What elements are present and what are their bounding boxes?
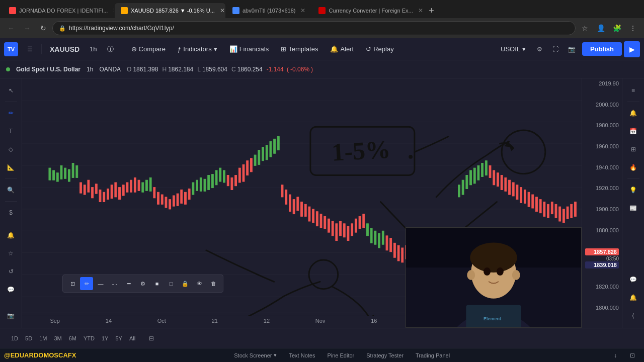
- reload-button[interactable]: ↻: [36, 21, 50, 35]
- minimize-panel-btn[interactable]: ↓: [608, 348, 623, 363]
- ohlc-data: O 1861.398 H 1862.184 L 1859.604 C 1860.…: [127, 66, 313, 73]
- period-6m[interactable]: 6M: [66, 334, 79, 342]
- interval-icon[interactable]: ⓘ: [103, 43, 118, 56]
- price-1960: 1960.000: [585, 143, 619, 149]
- svg-rect-110: [466, 175, 468, 189]
- data-window-btn[interactable]: ⊞: [625, 141, 641, 157]
- period-all[interactable]: All: [126, 334, 138, 342]
- line-dashed-btn[interactable]: - -: [108, 277, 121, 290]
- bookmark-button[interactable]: ☆: [578, 21, 592, 35]
- forex-tool[interactable]: $: [3, 205, 19, 221]
- indicators-button[interactable]: ƒ Indicators ▾: [173, 43, 222, 55]
- svg-rect-14: [60, 165, 62, 179]
- address-bar[interactable]: 🔒 https://tradingview.com/chart/GqVI1Iyp…: [52, 21, 576, 35]
- svg-rect-77: [304, 204, 306, 216]
- back-button[interactable]: ←: [4, 21, 18, 35]
- period-3m[interactable]: 3M: [51, 334, 64, 342]
- profile-button[interactable]: 👤: [594, 21, 608, 35]
- measure-tool[interactable]: 📐: [3, 159, 19, 175]
- ideas-btn[interactable]: 💡: [625, 182, 641, 198]
- settings-button[interactable]: ⚙: [532, 42, 547, 57]
- stock-screener-item[interactable]: Stock Screener ▾: [230, 351, 281, 359]
- forward-button[interactable]: →: [20, 21, 34, 35]
- publish-button[interactable]: Publish: [582, 42, 622, 56]
- pine-editor-item[interactable]: Pine Editor: [323, 351, 358, 359]
- templates-button[interactable]: ⊞ Templates: [276, 43, 323, 55]
- strategy-tester-item[interactable]: Strategy Tester: [362, 351, 408, 359]
- replay-tool[interactable]: ↺: [3, 263, 19, 280]
- browser-tab-4[interactable]: Currency Converter | Foreign Ex... ✕: [312, 3, 423, 18]
- extensions-button[interactable]: 🧩: [610, 21, 624, 35]
- symbol-selector[interactable]: XAUUSD: [46, 43, 84, 55]
- lock-btn[interactable]: 🔒: [179, 277, 192, 290]
- outline-rect-btn[interactable]: □: [165, 277, 178, 290]
- fullscreen-button[interactable]: ⛶: [548, 42, 563, 57]
- expand-panel-btn[interactable]: ⊡: [625, 348, 640, 363]
- period-1m[interactable]: 1M: [36, 334, 50, 342]
- tab-close-3[interactable]: ✕: [300, 7, 305, 14]
- svg-rect-24: [99, 190, 101, 202]
- chat-btn[interactable]: 💬: [625, 272, 641, 288]
- hotlist-btn[interactable]: 🔥: [625, 159, 641, 175]
- sidebar-toggle-button[interactable]: ☰: [22, 42, 37, 57]
- text-tool[interactable]: T: [3, 123, 19, 139]
- pencil-btn[interactable]: ✏: [80, 277, 93, 290]
- text-notes-item[interactable]: Text Notes: [285, 351, 319, 359]
- svg-rect-23: [95, 184, 97, 194]
- zoom-tool[interactable]: 🔍: [3, 182, 19, 198]
- financials-button[interactable]: 📊 Financials: [224, 43, 274, 55]
- browser-tab-1[interactable]: JORNADA DO FOREX | IDENTIFI... ✕: [3, 3, 114, 18]
- notification-btn[interactable]: 🔔: [625, 290, 641, 306]
- period-5d[interactable]: 5D: [22, 334, 35, 342]
- eye-btn[interactable]: 👁: [193, 277, 206, 290]
- new-tab-button[interactable]: +: [424, 4, 438, 18]
- replay-button[interactable]: ↺ Replay: [361, 43, 398, 55]
- period-1d[interactable]: 1D: [8, 334, 21, 342]
- interval-selector[interactable]: 1h: [86, 43, 101, 55]
- period-custom[interactable]: ⊟: [143, 330, 159, 346]
- menu-button[interactable]: ⋮: [626, 21, 640, 35]
- line-thin-btn[interactable]: —: [94, 277, 107, 290]
- svg-rect-85: [336, 224, 338, 241]
- svg-rect-92: [363, 214, 365, 228]
- alert-button[interactable]: 🔔 Alert: [325, 43, 359, 55]
- broker-selector[interactable]: USOIL ▾: [496, 43, 531, 55]
- svg-rect-99: [390, 238, 392, 252]
- alerts-tool[interactable]: 🔔: [3, 227, 19, 243]
- trading-panel-item[interactable]: Trading Panel: [412, 351, 454, 359]
- settings-draw-btn[interactable]: ⚙: [136, 277, 149, 290]
- tab-close-4[interactable]: ✕: [418, 7, 423, 14]
- browser-tab-2[interactable]: XAUUSD 1857.826 ▼ -0.16% U... ✕: [115, 3, 225, 18]
- line-thick-btn[interactable]: ━: [122, 277, 135, 290]
- fill-rect-btn[interactable]: ■: [150, 277, 164, 290]
- tab-close-2[interactable]: ✕: [220, 7, 225, 14]
- snapshot-tool[interactable]: 📷: [3, 308, 19, 324]
- news-btn[interactable]: 📰: [625, 200, 641, 216]
- svg-rect-101: [397, 245, 399, 261]
- svg-point-154: [497, 267, 504, 276]
- trash-btn[interactable]: 🗑: [207, 277, 220, 290]
- arrow-collapse-btn[interactable]: ⟨: [625, 308, 641, 324]
- period-ytd[interactable]: YTD: [80, 334, 98, 342]
- live-button[interactable]: ▶: [624, 41, 640, 57]
- browser-tab-3[interactable]: abv0mTtI (1073×618) ✕: [226, 3, 311, 18]
- shape-tool[interactable]: ◇: [3, 141, 19, 157]
- tab-close-1[interactable]: ✕: [113, 7, 114, 14]
- compare-button[interactable]: ⊕ Compare: [126, 43, 171, 55]
- watchlist-panel-btn[interactable]: ≡: [625, 82, 641, 99]
- watchlist-tool[interactable]: ☆: [3, 245, 19, 261]
- chart-area[interactable]: 1857.518 61.5 1858.133: [22, 78, 622, 328]
- period-1y[interactable]: 1Y: [99, 334, 111, 342]
- rect-select-btn[interactable]: ⊡: [66, 277, 79, 290]
- draw-tool[interactable]: ✏: [3, 105, 19, 121]
- cursor-tool[interactable]: ↖: [3, 82, 19, 99]
- screenshot-button[interactable]: 📷: [564, 42, 579, 57]
- svg-rect-21: [88, 180, 90, 192]
- period-5y[interactable]: 5Y: [112, 334, 125, 342]
- community-tool[interactable]: 💬: [3, 282, 19, 298]
- svg-rect-135: [562, 209, 565, 223]
- alerts-panel-btn[interactable]: 🔔: [625, 105, 641, 121]
- tab-favicon-4: [318, 7, 326, 14]
- calendar-btn[interactable]: 📅: [625, 123, 641, 139]
- svg-rect-62: [247, 161, 249, 175]
